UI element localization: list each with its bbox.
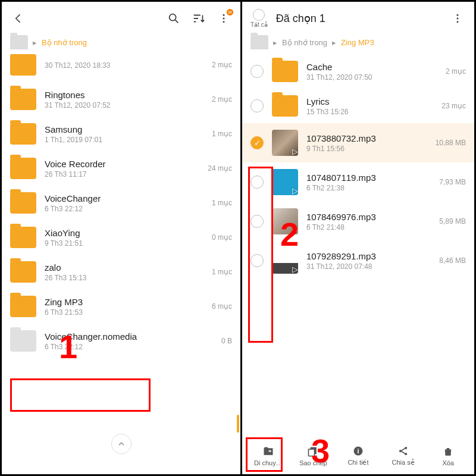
trash-icon	[443, 446, 453, 458]
svg-text:i: i	[357, 447, 359, 455]
item-info: VoiceChanger.nomedia 6 Th3 22:12	[45, 331, 213, 351]
item-checkbox[interactable]	[250, 254, 264, 267]
item-info: 30 Th12, 2020 18:33	[45, 60, 203, 70]
item-sub: 15 Th3 15:26	[306, 108, 433, 116]
item-checkbox[interactable]: ✓	[250, 136, 264, 149]
item-meta: 6 mục	[212, 302, 232, 311]
home-icon[interactable]	[250, 35, 268, 49]
list-item[interactable]: Cache 31 Th12, 2020 07:50 2 mục	[242, 54, 474, 89]
play-icon: ▷	[292, 186, 298, 195]
item-name: 1074807119.mp3	[306, 173, 431, 183]
left-pane: M ▸ Bộ nhớ trong 30 Th12, 2020 18:33 2 m…	[2, 2, 242, 474]
select-all-checkbox[interactable]	[253, 9, 265, 21]
item-meta: 2 mục	[446, 67, 466, 76]
svg-point-3	[223, 21, 225, 23]
item-sub: 31 Th12, 2020 07:52	[45, 101, 203, 109]
item-meta: 2 mục	[212, 95, 232, 104]
scroll-top-button[interactable]	[111, 434, 131, 454]
action-trash[interactable]: Xóa	[430, 446, 466, 466]
item-name: XiaoYing	[45, 228, 203, 238]
svg-point-4	[457, 14, 459, 16]
item-name: VoiceChanger	[45, 193, 203, 203]
item-info: Samsung 1 Th1, 2019 07:01	[45, 124, 203, 144]
list-item[interactable]: ▷ 1078469976.mp3 6 Th2 21:48 5,89 MB	[242, 202, 474, 241]
breadcrumb-current[interactable]: Zing MP3	[341, 38, 374, 47]
item-info: Ringtones 31 Th12, 2020 07:52	[45, 90, 203, 109]
action-label: Xóa	[442, 459, 454, 466]
folder-icon	[10, 158, 36, 179]
item-checkbox[interactable]	[250, 65, 264, 78]
item-sub: 6 Th2 21:38	[306, 184, 431, 192]
breadcrumb-item[interactable]: Bộ nhớ trong	[282, 38, 327, 47]
item-sub: 6 Th3 21:53	[45, 308, 203, 317]
svg-point-1	[223, 14, 225, 16]
item-name: 1078469976.mp3	[306, 212, 431, 222]
item-name: Cache	[306, 62, 437, 72]
list-item[interactable]: Ringtones 31 Th12, 2020 07:52 2 mục	[2, 82, 240, 117]
file-thumbnail: ▷	[272, 169, 298, 195]
folder-icon	[10, 192, 36, 214]
copy-icon	[307, 446, 319, 458]
breadcrumb[interactable]: ▸ Bộ nhớ trong ▸ Zing MP3	[242, 35, 474, 54]
item-meta: 0 mục	[212, 233, 232, 242]
list-item[interactable]: Lyrics 15 Th3 15:26 23 mục	[242, 89, 474, 123]
list-item[interactable]: Samsung 1 Th1, 2019 07:01 1 mục	[2, 117, 240, 151]
item-checkbox[interactable]	[250, 215, 264, 228]
item-meta: 0 B	[221, 337, 232, 345]
svg-rect-8	[309, 449, 315, 456]
action-info[interactable]: iChi tiết	[340, 445, 377, 466]
item-meta: 5,89 MB	[439, 217, 466, 226]
action-move[interactable]: Di chuy…	[250, 446, 287, 466]
item-info: Voice Recorder 26 Th3 11:17	[45, 159, 199, 178]
action-label: Chia sẻ	[392, 459, 414, 466]
item-info: 1074807119.mp3 6 Th2 21:38	[306, 173, 431, 192]
folder-icon	[10, 296, 36, 317]
item-sub: 26 Th3 15:13	[45, 274, 203, 282]
bottom-actions: Di chuy…Sao chépiChi tiếtChia sẻXóa	[242, 437, 474, 474]
folder-icon	[10, 330, 36, 352]
back-icon[interactable]	[10, 10, 27, 27]
item-sub: 6 Th2 21:48	[306, 223, 431, 231]
item-info: 1078469976.mp3 6 Th2 21:48	[306, 212, 431, 231]
list-item[interactable]: ✓ ▷ 1073880732.mp3 9 Th1 15:56 10,88 MB	[242, 123, 474, 162]
more-icon[interactable]	[449, 10, 466, 27]
folder-icon	[10, 123, 36, 145]
item-meta: 24 mục	[208, 164, 232, 173]
list-item[interactable]: VoiceChanger 6 Th3 22:12 1 mục	[2, 186, 240, 220]
item-info: Lyrics 15 Th3 15:26	[306, 96, 433, 116]
item-info: zalo 26 Th3 15:13	[45, 262, 203, 282]
more-icon[interactable]: M	[215, 10, 232, 27]
sort-icon[interactable]	[190, 10, 207, 27]
item-meta: 1 mục	[212, 130, 232, 138]
search-icon[interactable]	[165, 10, 182, 27]
list-item[interactable]: 30 Th12, 2020 18:33 2 mục	[2, 54, 240, 82]
list-item[interactable]: ▷ 1079289291.mp3 31 Th12, 2020 07:48 8,4…	[242, 241, 474, 280]
item-name: Voice Recorder	[45, 159, 199, 169]
action-label: Sao chép	[299, 459, 327, 466]
topbar-right: Tất cả Đã chọn 1	[242, 2, 474, 35]
list-item[interactable]: ▷ 1074807119.mp3 6 Th2 21:38 7,93 MB	[242, 162, 474, 202]
item-meta: 10,88 MB	[436, 139, 466, 147]
list-item[interactable]: zalo 26 Th3 15:13 1 mục	[2, 255, 240, 289]
select-all[interactable]: Tất cả	[250, 9, 268, 28]
list-item[interactable]: Zing MP3 6 Th3 21:53 6 mục	[2, 289, 240, 324]
share-icon	[397, 445, 409, 457]
breadcrumb[interactable]: ▸ Bộ nhớ trong	[2, 35, 240, 54]
svg-point-5	[457, 18, 459, 20]
folder-icon	[10, 261, 36, 283]
folder-icon	[10, 54, 36, 76]
list-item[interactable]: Voice Recorder 26 Th3 11:17 24 mục	[2, 151, 240, 186]
item-sub: 31 Th12, 2020 07:48	[306, 262, 431, 271]
item-checkbox[interactable]	[250, 99, 264, 112]
action-copy[interactable]: Sao chép	[295, 446, 331, 466]
list-item[interactable]: VoiceChanger.nomedia 6 Th3 22:12 0 B	[2, 324, 240, 358]
list-item[interactable]: XiaoYing 9 Th3 21:51 0 mục	[2, 220, 240, 255]
home-icon[interactable]	[10, 35, 28, 49]
breadcrumb-current[interactable]: Bộ nhớ trong	[42, 38, 87, 47]
action-share[interactable]: Chia sẻ	[385, 445, 422, 466]
item-checkbox[interactable]	[250, 176, 264, 189]
svg-point-0	[170, 14, 176, 21]
action-label: Chi tiết	[347, 459, 368, 466]
scrollbar-indicator[interactable]	[237, 415, 239, 433]
item-name: Zing MP3	[45, 297, 203, 307]
